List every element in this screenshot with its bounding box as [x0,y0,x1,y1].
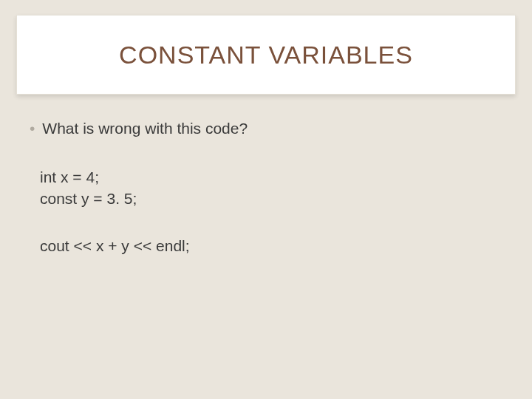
code-line: int x = 4; [40,167,502,188]
code-line: cout << x + y << endl; [40,236,502,256]
bullet-text: What is wrong with this code? [42,118,248,139]
slide-content: • What is wrong with this code? int x = … [30,118,502,283]
bullet-marker: • [30,118,35,139]
slide-title: CONSTANT VARIABLES [119,41,413,69]
title-container: CONSTANT VARIABLES [16,15,516,95]
code-block-1: int x = 4; const y = 3. 5; [40,167,502,209]
code-block-2: cout << x + y << endl; [40,236,502,256]
code-line: const y = 3. 5; [40,188,502,209]
bullet-item: • What is wrong with this code? [30,118,502,139]
